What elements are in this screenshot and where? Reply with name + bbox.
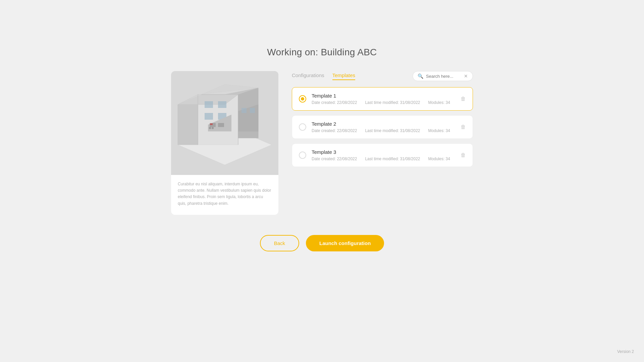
template-modified-3: Last time modified: 31/08/2022 bbox=[365, 157, 420, 161]
search-clear-icon[interactable]: ✕ bbox=[464, 73, 468, 79]
tabs-row: Configurations Templates 🔍 ✕ bbox=[292, 71, 473, 81]
template-item-1[interactable]: Template 1 Date created: 22/08/2022 Last… bbox=[292, 87, 473, 111]
svg-rect-15 bbox=[212, 127, 214, 129]
template-meta-3: Date created: 22/08/2022 Last time modif… bbox=[312, 157, 455, 161]
svg-rect-19 bbox=[250, 108, 255, 113]
template-modified-1: Last time modified: 31/08/2022 bbox=[365, 100, 420, 105]
tab-templates[interactable]: Templates bbox=[332, 72, 355, 80]
template-meta-2: Date created: 22/08/2022 Last time modif… bbox=[312, 128, 455, 133]
template-name-1: Template 1 bbox=[312, 93, 455, 99]
template-name-3: Template 3 bbox=[312, 149, 455, 155]
search-box: 🔍 ✕ bbox=[413, 71, 473, 81]
radio-template-2[interactable] bbox=[299, 123, 306, 131]
template-list: Template 1 Date created: 22/08/2022 Last… bbox=[292, 87, 473, 167]
template-modules-1: Modules: 34 bbox=[428, 100, 450, 105]
delete-template-2[interactable]: 🗑 bbox=[461, 124, 466, 130]
bottom-buttons: Back Launch configuration bbox=[260, 235, 384, 251]
template-item-3[interactable]: Template 3 Date created: 22/08/2022 Last… bbox=[292, 143, 473, 167]
delete-template-3[interactable]: 🗑 bbox=[461, 152, 466, 158]
svg-rect-9 bbox=[205, 113, 213, 120]
svg-rect-18 bbox=[241, 108, 247, 113]
preview-card: Curabitur eu nisl aliquam, interdum ipsu… bbox=[171, 71, 278, 215]
template-modules-3: Modules: 34 bbox=[428, 157, 450, 161]
version-label: Version 2 bbox=[617, 349, 634, 354]
svg-rect-13 bbox=[218, 123, 224, 127]
template-modified-2: Last time modified: 31/08/2022 bbox=[365, 128, 420, 133]
svg-rect-16 bbox=[210, 123, 213, 125]
delete-template-1[interactable]: 🗑 bbox=[461, 96, 466, 102]
launch-button[interactable]: Launch configuration bbox=[306, 235, 384, 251]
template-date-1: Date created: 22/08/2022 bbox=[312, 100, 357, 105]
template-meta-1: Date created: 22/08/2022 Last time modif… bbox=[312, 100, 455, 105]
page-title: Working on: Building ABC bbox=[267, 47, 377, 58]
template-name-2: Template 2 bbox=[312, 121, 455, 127]
svg-rect-14 bbox=[209, 127, 211, 129]
tabs-container: Configurations Templates bbox=[292, 72, 355, 80]
radio-template-3[interactable] bbox=[299, 152, 306, 159]
svg-rect-7 bbox=[205, 101, 213, 108]
building-preview-image bbox=[171, 71, 278, 175]
template-date-2: Date created: 22/08/2022 bbox=[312, 128, 357, 133]
radio-template-1[interactable] bbox=[299, 95, 306, 103]
template-date-3: Date created: 22/08/2022 bbox=[312, 157, 357, 161]
template-item-2[interactable]: Template 2 Date created: 22/08/2022 Last… bbox=[292, 115, 473, 139]
template-info-1: Template 1 Date created: 22/08/2022 Last… bbox=[312, 93, 455, 105]
template-info-3: Template 3 Date created: 22/08/2022 Last… bbox=[312, 149, 455, 161]
tab-configurations[interactable]: Configurations bbox=[292, 72, 324, 80]
search-icon: 🔍 bbox=[418, 73, 423, 79]
preview-description: Curabitur eu nisl aliquam, interdum ipsu… bbox=[171, 175, 278, 207]
svg-rect-8 bbox=[218, 101, 226, 108]
main-content: Curabitur eu nisl aliquam, interdum ipsu… bbox=[171, 71, 473, 215]
template-info-2: Template 2 Date created: 22/08/2022 Last… bbox=[312, 121, 455, 133]
template-modules-2: Modules: 34 bbox=[428, 128, 450, 133]
radio-inner-1 bbox=[301, 97, 304, 101]
search-input[interactable] bbox=[426, 74, 461, 79]
back-button[interactable]: Back bbox=[260, 235, 299, 251]
right-panel: Configurations Templates 🔍 ✕ Tem bbox=[292, 71, 473, 167]
